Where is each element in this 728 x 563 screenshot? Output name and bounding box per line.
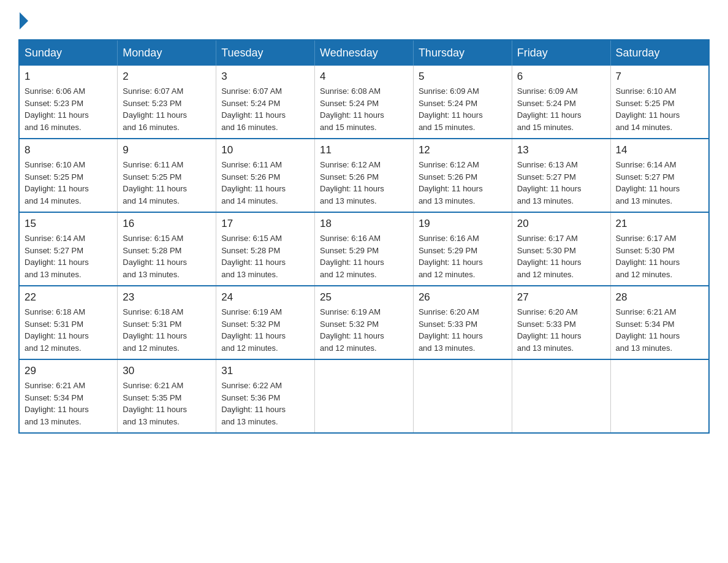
calendar-cell: 4 Sunrise: 6:08 AMSunset: 5:24 PMDayligh… [315,66,414,139]
calendar-week-row: 8 Sunrise: 6:10 AMSunset: 5:25 PMDayligh… [19,139,709,212]
calendar-cell [315,359,414,433]
calendar-cell: 15 Sunrise: 6:14 AMSunset: 5:27 PMDaylig… [19,212,118,286]
day-number: 20 [517,218,605,230]
day-number: 10 [221,144,309,156]
calendar-cell: 10 Sunrise: 6:11 AMSunset: 5:26 PMDaylig… [216,139,315,212]
calendar-week-row: 1 Sunrise: 6:06 AMSunset: 5:23 PMDayligh… [19,66,709,139]
calendar-header-tuesday: Tuesday [216,40,315,66]
day-number: 26 [419,291,507,304]
calendar-cell: 12 Sunrise: 6:12 AMSunset: 5:26 PMDaylig… [413,139,512,212]
day-number: 6 [517,71,605,83]
day-number: 4 [320,71,408,83]
day-info: Sunrise: 6:18 AMSunset: 5:31 PMDaylight:… [25,307,89,353]
calendar-cell [512,359,610,433]
calendar-header-row: SundayMondayTuesdayWednesdayThursdayFrid… [19,40,709,66]
day-number: 29 [25,365,112,377]
day-number: 1 [25,71,112,83]
calendar-cell: 14 Sunrise: 6:14 AMSunset: 5:27 PMDaylig… [610,139,709,212]
calendar-cell: 29 Sunrise: 6:21 AMSunset: 5:34 PMDaylig… [19,359,118,433]
day-info: Sunrise: 6:10 AMSunset: 5:25 PMDaylight:… [616,86,680,132]
calendar-cell: 22 Sunrise: 6:18 AMSunset: 5:31 PMDaylig… [19,286,118,359]
day-number: 14 [616,144,703,156]
day-info: Sunrise: 6:10 AMSunset: 5:25 PMDaylight:… [25,160,89,205]
day-number: 9 [123,144,211,156]
day-number: 25 [320,291,408,304]
day-number: 18 [320,218,408,230]
day-number: 3 [221,71,309,83]
calendar-cell: 6 Sunrise: 6:09 AMSunset: 5:24 PMDayligh… [512,66,610,139]
day-number: 17 [221,218,309,230]
day-info: Sunrise: 6:13 AMSunset: 5:27 PMDaylight:… [517,160,582,205]
day-info: Sunrise: 6:17 AMSunset: 5:30 PMDaylight:… [517,234,582,279]
day-info: Sunrise: 6:11 AMSunset: 5:25 PMDaylight:… [123,160,187,205]
day-info: Sunrise: 6:12 AMSunset: 5:26 PMDaylight:… [419,160,483,205]
calendar-cell: 26 Sunrise: 6:20 AMSunset: 5:33 PMDaylig… [413,286,512,359]
calendar-cell: 5 Sunrise: 6:09 AMSunset: 5:24 PMDayligh… [413,66,512,139]
day-info: Sunrise: 6:15 AMSunset: 5:28 PMDaylight:… [221,234,286,279]
calendar-cell: 17 Sunrise: 6:15 AMSunset: 5:28 PMDaylig… [216,212,315,286]
day-info: Sunrise: 6:14 AMSunset: 5:27 PMDaylight:… [616,160,680,205]
day-info: Sunrise: 6:21 AMSunset: 5:35 PMDaylight:… [123,381,187,426]
calendar-header-monday: Monday [118,40,216,66]
calendar-cell: 31 Sunrise: 6:22 AMSunset: 5:36 PMDaylig… [216,359,315,433]
day-info: Sunrise: 6:09 AMSunset: 5:24 PMDaylight:… [419,86,483,132]
day-number: 28 [616,291,703,304]
calendar-cell: 18 Sunrise: 6:16 AMSunset: 5:29 PMDaylig… [315,212,414,286]
page-header [18,12,710,27]
day-number: 11 [320,144,408,156]
calendar-week-row: 15 Sunrise: 6:14 AMSunset: 5:27 PMDaylig… [19,212,709,286]
day-info: Sunrise: 6:21 AMSunset: 5:34 PMDaylight:… [25,381,89,426]
calendar-header-thursday: Thursday [413,40,512,66]
calendar-cell: 23 Sunrise: 6:18 AMSunset: 5:31 PMDaylig… [118,286,216,359]
calendar-cell: 30 Sunrise: 6:21 AMSunset: 5:35 PMDaylig… [118,359,216,433]
calendar-cell: 9 Sunrise: 6:11 AMSunset: 5:25 PMDayligh… [118,139,216,212]
day-number: 12 [419,144,507,156]
day-number: 15 [25,218,112,230]
day-info: Sunrise: 6:22 AMSunset: 5:36 PMDaylight:… [221,381,286,426]
calendar-header-saturday: Saturday [610,40,709,66]
calendar-cell: 1 Sunrise: 6:06 AMSunset: 5:23 PMDayligh… [19,66,118,139]
calendar-header-wednesday: Wednesday [315,40,414,66]
calendar-cell: 27 Sunrise: 6:20 AMSunset: 5:33 PMDaylig… [512,286,610,359]
calendar-cell [413,359,512,433]
day-info: Sunrise: 6:16 AMSunset: 5:29 PMDaylight:… [320,234,384,279]
calendar-cell: 25 Sunrise: 6:19 AMSunset: 5:32 PMDaylig… [315,286,414,359]
day-info: Sunrise: 6:07 AMSunset: 5:24 PMDaylight:… [221,86,286,132]
calendar-cell: 13 Sunrise: 6:13 AMSunset: 5:27 PMDaylig… [512,139,610,212]
day-info: Sunrise: 6:16 AMSunset: 5:29 PMDaylight:… [419,234,483,279]
calendar-cell: 19 Sunrise: 6:16 AMSunset: 5:29 PMDaylig… [413,212,512,286]
day-info: Sunrise: 6:06 AMSunset: 5:23 PMDaylight:… [25,86,89,132]
calendar-cell: 8 Sunrise: 6:10 AMSunset: 5:25 PMDayligh… [19,139,118,212]
calendar-header-sunday: Sunday [19,40,118,66]
day-number: 13 [517,144,605,156]
day-info: Sunrise: 6:11 AMSunset: 5:26 PMDaylight:… [221,160,286,205]
day-number: 24 [221,291,309,304]
day-info: Sunrise: 6:09 AMSunset: 5:24 PMDaylight:… [517,86,582,132]
day-number: 30 [123,365,211,377]
calendar-table: SundayMondayTuesdayWednesdayThursdayFrid… [18,39,710,434]
day-info: Sunrise: 6:08 AMSunset: 5:24 PMDaylight:… [320,86,384,132]
day-info: Sunrise: 6:20 AMSunset: 5:33 PMDaylight:… [517,307,582,353]
calendar-cell: 20 Sunrise: 6:17 AMSunset: 5:30 PMDaylig… [512,212,610,286]
calendar-cell: 7 Sunrise: 6:10 AMSunset: 5:25 PMDayligh… [610,66,709,139]
day-number: 22 [25,291,112,304]
calendar-week-row: 29 Sunrise: 6:21 AMSunset: 5:34 PMDaylig… [19,359,709,433]
day-number: 5 [419,71,507,83]
day-info: Sunrise: 6:19 AMSunset: 5:32 PMDaylight:… [320,307,384,353]
day-info: Sunrise: 6:15 AMSunset: 5:28 PMDaylight:… [123,234,187,279]
day-info: Sunrise: 6:21 AMSunset: 5:34 PMDaylight:… [616,307,680,353]
day-number: 19 [419,218,507,230]
day-number: 27 [517,291,605,304]
calendar-cell [610,359,709,433]
day-number: 31 [221,365,309,377]
day-number: 2 [123,71,211,83]
day-number: 7 [616,71,703,83]
calendar-cell: 2 Sunrise: 6:07 AMSunset: 5:23 PMDayligh… [118,66,216,139]
calendar-cell: 21 Sunrise: 6:17 AMSunset: 5:30 PMDaylig… [610,212,709,286]
calendar-cell: 3 Sunrise: 6:07 AMSunset: 5:24 PMDayligh… [216,66,315,139]
day-info: Sunrise: 6:07 AMSunset: 5:23 PMDaylight:… [123,86,187,132]
logo-arrow-icon [20,12,28,29]
calendar-week-row: 22 Sunrise: 6:18 AMSunset: 5:31 PMDaylig… [19,286,709,359]
day-info: Sunrise: 6:17 AMSunset: 5:30 PMDaylight:… [616,234,680,279]
calendar-cell: 16 Sunrise: 6:15 AMSunset: 5:28 PMDaylig… [118,212,216,286]
